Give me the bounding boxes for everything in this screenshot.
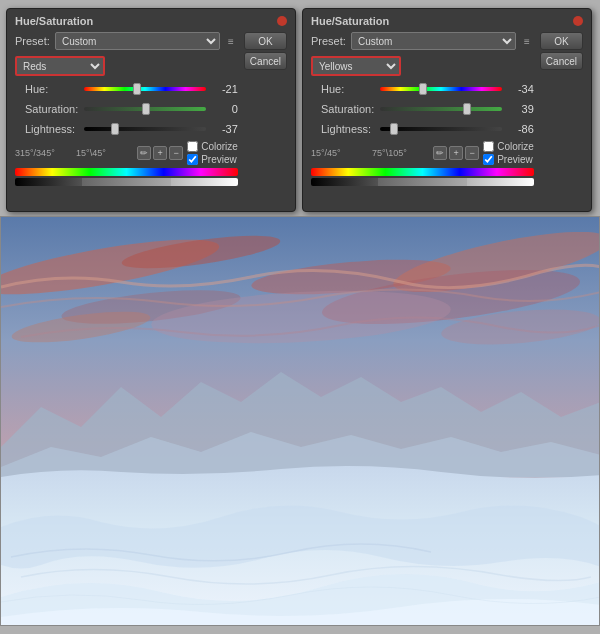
left-bottom-row: 315°/345° 15°\45° ✏ + − Colorize — [15, 141, 238, 165]
left-btn-group: OK Cancel — [244, 32, 287, 70]
right-hue-value: -34 — [506, 83, 534, 95]
left-light-track — [84, 127, 206, 131]
left-preset-row: Preset: Custom ≡ — [15, 32, 238, 50]
left-preview-row[interactable]: Preview — [187, 154, 238, 165]
right-preset-icon[interactable]: ≡ — [520, 34, 534, 48]
left-channel-select[interactable]: Reds — [15, 56, 105, 76]
right-colorize-label: Colorize — [497, 141, 534, 152]
left-sat-value: 0 — [210, 103, 238, 115]
right-close-button[interactable] — [573, 16, 583, 26]
left-hue-track — [84, 87, 206, 91]
right-sat-label: Saturation: — [311, 103, 376, 115]
right-icon-group: ✏ + − — [433, 146, 479, 160]
left-light-thumb[interactable] — [111, 123, 119, 135]
left-dialog-title: Hue/Saturation — [15, 15, 93, 27]
right-sat-slider-container — [380, 101, 502, 117]
right-preset-row: Preset: Custom ≡ — [311, 32, 534, 50]
left-sat-row: Saturation: 0 — [15, 101, 238, 117]
left-sat-slider-container — [84, 101, 206, 117]
right-ok-button[interactable]: OK — [540, 32, 583, 50]
left-ok-button[interactable]: OK — [244, 32, 287, 50]
landscape-image — [0, 216, 600, 626]
left-range-text: 315°/345° — [15, 148, 72, 158]
left-hue-label: Hue: — [15, 83, 80, 95]
right-preview-row[interactable]: Preview — [483, 154, 534, 165]
left-rainbow-bar-top — [15, 168, 238, 176]
right-btn-group: OK Cancel — [540, 32, 583, 70]
left-channel-row: Reds — [15, 56, 238, 76]
right-sat-thumb[interactable] — [463, 103, 471, 115]
right-preview-label: Preview — [497, 154, 533, 165]
right-sub-icon[interactable]: − — [465, 146, 479, 160]
right-light-slider-container — [380, 121, 502, 137]
right-range-text2: 75°\105° — [372, 148, 429, 158]
right-dialog-titlebar: Hue/Saturation — [311, 15, 583, 27]
right-preset-select[interactable]: Custom — [351, 32, 516, 50]
landscape-svg — [1, 217, 600, 626]
right-colorize-row[interactable]: Colorize — [483, 141, 534, 152]
left-gray-bar-inner — [82, 178, 171, 186]
right-eyedropper-icon[interactable]: ✏ — [433, 146, 447, 160]
right-hue-thumb[interactable] — [419, 83, 427, 95]
right-hue-label: Hue: — [311, 83, 376, 95]
right-colorize-check[interactable] — [483, 141, 494, 152]
left-sat-thumb[interactable] — [142, 103, 150, 115]
right-range-text: 15°/45° — [311, 148, 368, 158]
left-check-group: Colorize Preview — [187, 141, 238, 165]
right-dialog-title: Hue/Saturation — [311, 15, 389, 27]
right-check-group: Colorize Preview — [483, 141, 534, 165]
left-icon-group: ✏ + − — [137, 146, 183, 160]
right-gray-bar — [311, 178, 534, 186]
left-cancel-button[interactable]: Cancel — [244, 52, 287, 70]
left-add-icon[interactable]: + — [153, 146, 167, 160]
right-channel-row: Yellows — [311, 56, 534, 76]
left-sub-icon[interactable]: − — [169, 146, 183, 160]
left-hue-saturation-dialog: Hue/Saturation Preset: Custom ≡ Reds — [6, 8, 296, 212]
left-preview-check[interactable] — [187, 154, 198, 165]
left-light-value: -37 — [210, 123, 238, 135]
right-light-thumb[interactable] — [390, 123, 398, 135]
right-hue-row: Hue: -34 — [311, 81, 534, 97]
left-preset-label: Preset: — [15, 35, 51, 47]
right-rainbow-bar-top — [311, 168, 534, 176]
left-colorize-row[interactable]: Colorize — [187, 141, 238, 152]
right-preset-label: Preset: — [311, 35, 347, 47]
left-sat-track — [84, 107, 206, 111]
right-sat-value: 39 — [506, 103, 534, 115]
left-light-slider-container — [84, 121, 206, 137]
left-hue-value: -21 — [210, 83, 238, 95]
left-preset-icon[interactable]: ≡ — [224, 34, 238, 48]
right-preview-check[interactable] — [483, 154, 494, 165]
left-dialog-titlebar: Hue/Saturation — [15, 15, 287, 27]
left-eyedropper-icon[interactable]: ✏ — [137, 146, 151, 160]
left-preset-select[interactable]: Custom — [55, 32, 220, 50]
right-light-row: Lightness: -86 — [311, 121, 534, 137]
left-light-label: Lightness: — [15, 123, 80, 135]
left-light-row: Lightness: -37 — [15, 121, 238, 137]
right-hue-slider-container — [380, 81, 502, 97]
right-sat-track — [380, 107, 502, 111]
left-gray-bar — [15, 178, 238, 186]
right-light-label: Lightness: — [311, 123, 376, 135]
left-sat-label: Saturation: — [15, 103, 80, 115]
left-colorize-check[interactable] — [187, 141, 198, 152]
right-cancel-button[interactable]: Cancel — [540, 52, 583, 70]
right-bottom-row: 15°/45° 75°\105° ✏ + − Colorize — [311, 141, 534, 165]
left-colorize-label: Colorize — [201, 141, 238, 152]
right-light-track — [380, 127, 502, 131]
left-hue-row: Hue: -21 — [15, 81, 238, 97]
right-hue-track — [380, 87, 502, 91]
left-close-button[interactable] — [277, 16, 287, 26]
right-sat-row: Saturation: 39 — [311, 101, 534, 117]
left-preview-label: Preview — [201, 154, 237, 165]
right-light-value: -86 — [506, 123, 534, 135]
right-channel-select[interactable]: Yellows — [311, 56, 401, 76]
left-range-text2: 15°\45° — [76, 148, 133, 158]
left-hue-thumb[interactable] — [133, 83, 141, 95]
right-gray-bar-inner — [378, 178, 467, 186]
right-add-icon[interactable]: + — [449, 146, 463, 160]
left-hue-slider-container — [84, 81, 206, 97]
right-hue-saturation-dialog: Hue/Saturation Preset: Custom ≡ Yellows — [302, 8, 592, 212]
